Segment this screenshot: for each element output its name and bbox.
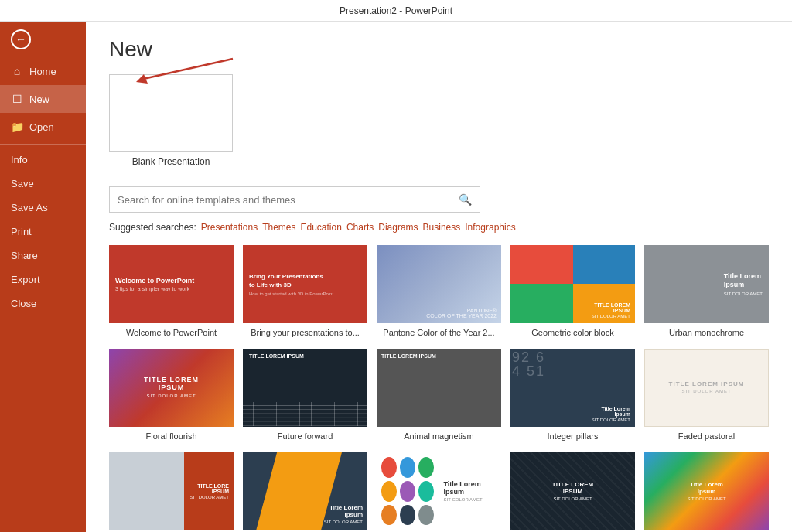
sidebar-item-share[interactable]: Share (0, 244, 86, 268)
sidebar-item-new-label: New (29, 94, 50, 105)
template-thumb-bring: Bring Your Presentationsto Life with 3D … (243, 245, 367, 323)
template-item-urban[interactable]: Title LoremIpsum SIT DOLOR AMET Urban mo… (644, 245, 769, 338)
back-button[interactable]: ← (0, 22, 86, 57)
suggested-link-presentations[interactable]: Presentations (201, 222, 258, 233)
template-thumb-urban: Title LoremIpsum SIT DOLOR AMET (644, 245, 769, 323)
sidebar-item-info[interactable]: Info (0, 148, 86, 172)
template-item-future[interactable]: TITLE LOREM IPSUM Future forward (243, 349, 367, 442)
template-item-animal[interactable]: TITLE LOREM IPSUM Animal magnetism (377, 349, 501, 442)
template-thumb-color: Title LoremIpsum SIT COLOR AMET (377, 452, 501, 530)
template-name-welcome: Welcome to PowerPoint (109, 327, 234, 338)
sidebar: ← ⌂ Home ☐ New 📁 Open Info Save Save As … (0, 22, 86, 532)
template-item-color[interactable]: Title LoremIpsum SIT COLOR AMET Color sw… (377, 452, 501, 532)
template-item-geometric[interactable]: TITLE LOREMIPSUMSIT DOLOR AMET Geometric… (510, 245, 635, 338)
template-thumb-welcome: Welcome to PowerPoint 3 tips for a simpl… (109, 245, 234, 323)
template-thumb-animal: TITLE LOREM IPSUM (377, 349, 501, 427)
template-name-bring: Bring your presentations to... (243, 327, 367, 338)
suggested-searches: Suggested searches: Presentations Themes… (109, 222, 769, 233)
sidebar-divider (0, 144, 86, 145)
home-icon: ⌂ (11, 65, 23, 77)
template-item-pantone[interactable]: PANTONE®COLOR OF THE YEAR 2022 Pantone C… (377, 245, 501, 338)
search-icon[interactable]: 🔍 (459, 193, 472, 206)
sidebar-item-close[interactable]: Close (0, 292, 86, 315)
search-section: 🔍 (109, 186, 769, 213)
template-thumb-geometric: TITLE LOREMIPSUMSIT DOLOR AMET (510, 245, 635, 323)
title-bar-text: Presentation2 - PowerPoint (340, 5, 452, 16)
suggested-link-charts[interactable]: Charts (346, 222, 374, 233)
template-item-modern[interactable]: Title LoremIpsumSIT DOLOR AMET Modern an… (243, 452, 367, 532)
suggested-link-infographics[interactable]: Infographics (465, 222, 515, 233)
red-arrow-annotation (101, 53, 256, 84)
title-bar: Presentation2 - PowerPoint (0, 0, 792, 22)
sidebar-item-open-label: Open (29, 121, 54, 133)
suggested-link-education[interactable]: Education (301, 222, 342, 233)
svg-line-0 (140, 59, 233, 80)
suggested-link-diagrams[interactable]: Diagrams (378, 222, 418, 233)
template-name-future: Future forward (243, 431, 367, 442)
template-item-psychedelic[interactable]: Title LoremIpsumSIT DOLOR AMET Psychedel… (644, 452, 769, 532)
template-name-floral: Floral flourish (109, 431, 234, 442)
template-name-animal: Animal magnetism (377, 431, 501, 442)
sidebar-item-print[interactable]: Print (0, 220, 86, 244)
template-thumb-woven: TITLE LOREMIPSUMSIT DOLOR AMET (510, 452, 635, 530)
sidebar-item-save[interactable]: Save (0, 172, 86, 196)
template-thumb-floral: TITLE LOREMIPSUMSIT DOLOR AMET (109, 349, 234, 427)
template-thumb-psychedelic: Title LoremIpsumSIT DOLOR AMET (644, 452, 769, 530)
template-item-welcome[interactable]: Welcome to PowerPoint 3 tips for a simpl… (109, 245, 234, 338)
main-content: New Blank Presentation 🔍 Sugge (86, 22, 792, 532)
templates-grid: Welcome to PowerPoint 3 tips for a simpl… (109, 245, 769, 532)
suggested-link-business[interactable]: Business (423, 222, 461, 233)
template-thumb-scientific: TITLE LOREIPSUMSIT DOLOR AMET (109, 452, 234, 530)
template-thumb-modern: Title LoremIpsumSIT DOLOR AMET (243, 452, 367, 530)
sidebar-item-open[interactable]: 📁 Open (0, 113, 86, 141)
sidebar-item-home[interactable]: ⌂ Home (0, 57, 86, 85)
template-item-faded[interactable]: TITLE LOREM IPSUMSIT DOLOR AMET Faded pa… (644, 349, 769, 442)
open-folder-icon: 📁 (11, 121, 23, 133)
template-item-bring[interactable]: Bring Your Presentationsto Life with 3D … (243, 245, 367, 338)
template-thumb-integer: 92 64 51 Title LoremIpsumSIT DOLOR AMET (510, 349, 635, 427)
template-thumb-pantone: PANTONE®COLOR OF THE YEAR 2022 (377, 245, 501, 323)
blank-presentation-section: Blank Presentation (109, 74, 769, 168)
sidebar-item-new[interactable]: ☐ New (0, 85, 86, 113)
search-bar: 🔍 (109, 186, 480, 213)
template-item-scientific[interactable]: TITLE LOREIPSUMSIT DOLOR AMET Scientific… (109, 452, 234, 532)
template-item-integer[interactable]: 92 64 51 Title LoremIpsumSIT DOLOR AMET … (510, 349, 635, 442)
template-name-faded: Faded pastoral (644, 431, 769, 442)
suggested-label: Suggested searches: (109, 222, 196, 233)
suggested-link-themes[interactable]: Themes (262, 222, 295, 233)
template-name-pantone: Pantone Color of the Year 2... (377, 327, 501, 338)
template-item-woven[interactable]: TITLE LOREMIPSUMSIT DOLOR AMET Woven fib… (510, 452, 635, 532)
app-body: ← ⌂ Home ☐ New 📁 Open Info Save Save As … (0, 22, 792, 532)
sidebar-item-home-label: Home (29, 66, 56, 77)
new-doc-icon: ☐ (11, 93, 23, 105)
blank-presentation-thumbnail[interactable] (109, 74, 233, 152)
template-name-integer: Integer pillars (510, 431, 635, 442)
back-circle-icon: ← (11, 29, 31, 49)
template-name-geometric: Geometric color block (510, 327, 635, 338)
blank-presentation-label: Blank Presentation (109, 156, 233, 167)
template-name-urban: Urban monochrome (644, 327, 769, 338)
search-input[interactable] (118, 194, 459, 206)
template-thumb-faded: TITLE LOREM IPSUMSIT DOLOR AMET (644, 349, 769, 427)
sidebar-item-save-as[interactable]: Save As (0, 196, 86, 220)
sidebar-item-export[interactable]: Export (0, 268, 86, 292)
template-thumb-future: TITLE LOREM IPSUM (243, 349, 367, 427)
template-item-floral[interactable]: TITLE LOREMIPSUMSIT DOLOR AMET Floral fl… (109, 349, 234, 442)
